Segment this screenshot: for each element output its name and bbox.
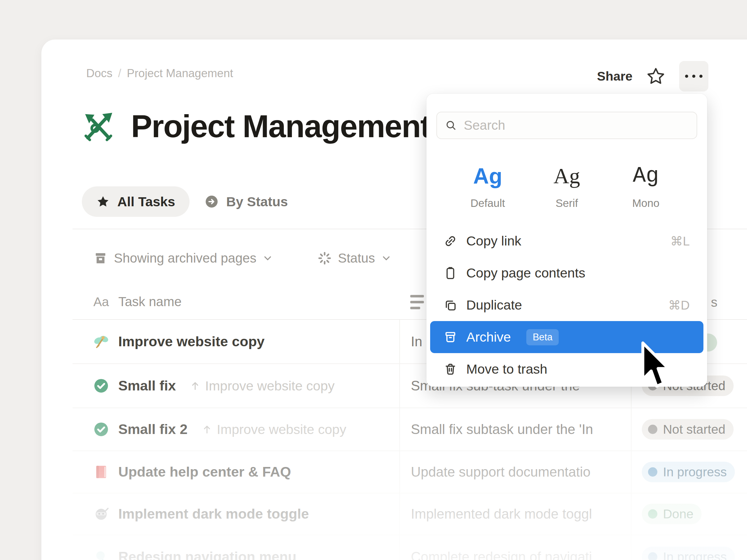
topbar-actions: Share — [597, 61, 709, 91]
task-status-cell[interactable]: Done — [631, 504, 747, 524]
font-sample: Ag — [606, 162, 686, 190]
star-icon — [96, 195, 110, 209]
font-option-mono[interactable]: AgMono — [606, 162, 686, 209]
status-dot — [648, 467, 658, 477]
table-row[interactable]: Small fix 2Improve website copySmall fix… — [73, 408, 747, 451]
parent-task-label: Improve website copy — [217, 422, 346, 437]
view-tabs: All Tasks By Status — [82, 186, 288, 217]
up-arrow-icon — [201, 424, 212, 435]
breadcrumb-page[interactable]: Project Management — [127, 67, 233, 80]
archived-filter-label: Showing archived pages — [114, 251, 256, 266]
link-icon — [443, 234, 458, 248]
task-name-column-header: Task name — [118, 294, 181, 309]
task-status-cell[interactable]: In progress — [631, 546, 747, 560]
text-type-icon: Aa — [93, 295, 109, 309]
menu-item-label: Copy link — [466, 233, 521, 248]
check-emoji — [93, 378, 109, 394]
ellipsis-icon — [685, 75, 688, 78]
tab-all-tasks[interactable]: All Tasks — [82, 186, 189, 217]
status-filter-chip[interactable]: Status — [317, 251, 391, 266]
status-dot — [648, 425, 658, 434]
up-arrow-icon — [189, 380, 201, 391]
task-description-cell[interactable]: Small fix subtask under the 'In — [399, 422, 631, 437]
status-badge[interactable]: In progress — [642, 546, 735, 560]
font-label: Default — [448, 197, 527, 209]
page-title-row: Project Management — [82, 108, 431, 145]
filter-bar: Showing archived pages Status — [93, 251, 391, 266]
task-description-cell[interactable]: Implemented dark mode toggl — [399, 506, 631, 522]
archived-filter-chip[interactable]: Showing archived pages — [93, 251, 273, 266]
breadcrumb-docs[interactable]: Docs — [86, 67, 112, 80]
task-name-cell[interactable]: Small fix 2Improve website copy — [73, 421, 399, 437]
menu-item-copy-page-contents[interactable]: Copy page contents — [430, 257, 703, 289]
menu-search-box[interactable] — [436, 112, 697, 139]
chevron-down-icon — [381, 253, 391, 263]
description-column-icon[interactable] — [410, 295, 424, 313]
task-name: Redesign navigation menu — [118, 549, 297, 560]
font-option-default[interactable]: AgDefault — [448, 162, 527, 209]
task-name-cell[interactable]: Improve website copy — [73, 334, 399, 350]
mouse-cursor — [639, 341, 673, 390]
task-name-cell[interactable]: Small fixImprove website copy — [73, 378, 399, 394]
chevron-down-icon — [263, 253, 273, 263]
font-label: Serif — [527, 197, 606, 209]
parent-task-ref[interactable]: Improve website copy — [189, 378, 335, 394]
mermaid-emoji — [93, 549, 109, 560]
breadcrumb-separator: / — [118, 67, 121, 80]
task-name: Update help center & FAQ — [118, 464, 291, 480]
table-row[interactable]: Redesign navigation menuComplete redesig… — [73, 535, 747, 560]
page-title[interactable]: Project Management — [131, 108, 431, 145]
spinner-status-icon — [317, 251, 332, 265]
check-emoji — [93, 422, 109, 437]
fairy-emoji — [93, 334, 109, 349]
status-dot — [648, 509, 658, 518]
font-option-serif[interactable]: AgSerif — [527, 162, 606, 209]
status-label: Done — [663, 507, 693, 522]
task-name-cell[interactable]: Implement dark mode toggle — [73, 506, 399, 522]
menu-item-duplicate[interactable]: Duplicate⌘D — [430, 289, 703, 321]
tab-label: By Status — [226, 194, 288, 209]
beta-badge: Beta — [526, 329, 559, 345]
clipboard-icon — [443, 266, 458, 280]
breadcrumb: Docs / Project Management — [86, 67, 233, 80]
more-options-button[interactable] — [679, 61, 709, 91]
status-badge[interactable]: In progress — [642, 462, 735, 482]
table-header[interactable]: Aa Task name — [93, 294, 181, 309]
task-name: Small fix — [118, 378, 176, 394]
crossed-arrows-icon[interactable] — [82, 110, 115, 143]
task-description-cell[interactable]: Complete redesign of navigati — [399, 549, 631, 560]
favorite-star-button[interactable] — [646, 66, 666, 86]
trash-icon — [443, 362, 458, 376]
star-icon — [646, 66, 666, 86]
status-column-header-fragment: s — [711, 295, 717, 310]
font-sample: Ag — [448, 162, 527, 190]
archive-icon — [443, 330, 458, 344]
status-label: In progress — [663, 465, 727, 479]
table-row[interactable]: Update help center & FAQUpdate support d… — [73, 451, 747, 494]
task-description-cell[interactable]: Update support documentatio — [399, 464, 631, 480]
table-row[interactable]: Implement dark mode toggleImplemented da… — [73, 494, 747, 535]
task-status-cell[interactable]: In progress — [631, 462, 747, 482]
menu-item-label: Move to trash — [466, 362, 547, 377]
task-name-cell[interactable]: Redesign navigation menu — [73, 549, 399, 560]
share-button[interactable]: Share — [597, 69, 633, 84]
status-badge[interactable]: Done — [642, 504, 701, 524]
parent-task-ref[interactable]: Improve website copy — [201, 422, 346, 437]
task-name-cell[interactable]: Update help center & FAQ — [73, 464, 399, 480]
task-name: Implement dark mode toggle — [118, 506, 309, 522]
tab-label: All Tasks — [117, 194, 175, 209]
tab-by-status[interactable]: By Status — [205, 186, 288, 217]
status-badge[interactable]: Not started — [642, 419, 733, 439]
task-status-cell[interactable]: Not started — [631, 419, 747, 439]
font-options: AgDefaultAgSerifAgMono — [427, 162, 707, 209]
font-label: Mono — [606, 197, 686, 209]
menu-item-label: Copy page contents — [466, 265, 586, 281]
search-input[interactable] — [464, 118, 689, 133]
menu-item-copy-link[interactable]: Copy link⌘L — [430, 225, 703, 257]
status-label: Not started — [663, 422, 725, 437]
status-dot — [648, 552, 658, 560]
duplicate-icon — [443, 298, 458, 312]
archive-box-icon — [93, 251, 108, 265]
book-emoji — [93, 464, 109, 480]
menu-item-shortcut: ⌘D — [668, 298, 690, 312]
